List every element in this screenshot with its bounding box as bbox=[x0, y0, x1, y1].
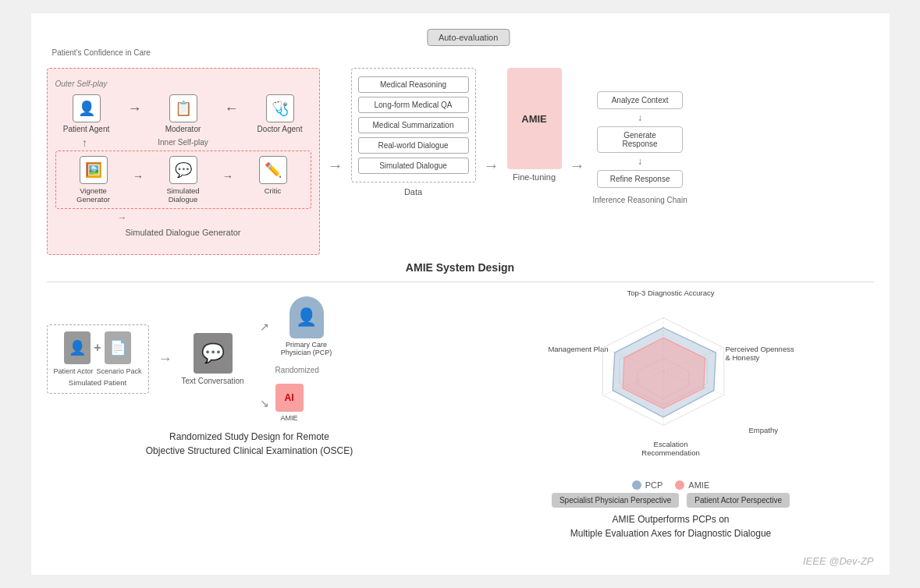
agents-top-row: 👤 Patient Agent → 📋 Moderator ← 🩺 Doctor… bbox=[55, 94, 311, 133]
sdg-bottom-label: Simulated Dialogue Generator bbox=[55, 228, 311, 237]
legend-pcp-label: PCP bbox=[645, 480, 663, 490]
patient-agent-box: 👤 Patient Agent bbox=[55, 94, 118, 133]
middle-section: ↑ Inner Self-play bbox=[55, 136, 311, 149]
patient-confidence-label: Patient's Confidence in Care bbox=[52, 48, 151, 57]
bottom-arrow: → bbox=[55, 212, 311, 223]
vignette-generator-box: 🖼️ Vignette Generator bbox=[62, 156, 125, 204]
arrow-right-2: → bbox=[133, 170, 144, 182]
data-label: Data bbox=[404, 187, 422, 197]
flow-arrow-3: → bbox=[570, 157, 585, 175]
radar-svg bbox=[562, 304, 765, 452]
branch-area: ↗ 👤 Primary Care Physician (PCP) Randomi… bbox=[260, 296, 338, 422]
data-item-1: Medical Reasoning bbox=[358, 76, 469, 93]
inner-self-play-label: Inner Self-play bbox=[99, 138, 268, 147]
data-box: Medical Reasoning Long-form Medical QA M… bbox=[351, 68, 476, 182]
amie-badge: AI bbox=[275, 384, 304, 412]
scenario-pack-sublabel: Scenario Pack bbox=[97, 367, 142, 375]
legend-amie-icon bbox=[675, 480, 684, 490]
legend-pcp: PCP bbox=[632, 480, 663, 490]
amie-branch: ↘ AI AMIE bbox=[260, 384, 338, 422]
amie-box: AMIE bbox=[507, 68, 562, 169]
refine-response-block: Refine Response bbox=[597, 170, 683, 188]
moderator-icon: 📋 bbox=[169, 94, 197, 122]
arrow-right-3: → bbox=[222, 170, 233, 182]
pill-specialist: Specialist Physician Perspective bbox=[552, 493, 679, 508]
outer-self-play-label: Outer Self-play bbox=[55, 80, 311, 88]
arrow-right-1: → bbox=[128, 101, 142, 117]
generate-response-block: Generate Response bbox=[597, 126, 683, 153]
simulated-dialogue-label: Simulated Dialogue bbox=[152, 186, 215, 204]
plus-sign: + bbox=[94, 341, 101, 355]
pill-patient: Patient Actor Perspective bbox=[687, 493, 790, 508]
doctor-agent-box: 🩺 Doctor Agent bbox=[249, 94, 311, 133]
axis-top-label: Top-3 Diagnostic Accuracy bbox=[624, 289, 718, 297]
data-item-5: Simulated Dialogue bbox=[358, 158, 469, 174]
osce-diagram: 👤 + 📄 Patient Actor Scenario Pack Simula… bbox=[47, 296, 453, 422]
patient-actor-sublabel: Patient Actor bbox=[54, 367, 94, 375]
pill-row: Specialist Physician Perspective Patient… bbox=[552, 493, 790, 508]
radar-container: Top-3 Diagnostic Accuracy Perceived Open… bbox=[546, 289, 796, 476]
auto-eval-box: Auto-evaluation bbox=[427, 29, 510, 46]
radar-legend: PCP AMIE bbox=[632, 480, 710, 490]
simulated-patient-label: Simulated Patient bbox=[69, 378, 126, 387]
vignette-label: Vignette Generator bbox=[62, 186, 125, 204]
inf-arrow-2: ↓ bbox=[638, 156, 642, 167]
text-conv-label: Text Conversation bbox=[182, 377, 244, 385]
amie-item: AI AMIE bbox=[275, 384, 304, 422]
doctor-agent-label: Doctor Agent bbox=[258, 125, 303, 133]
patient-actor-icon: 👤 bbox=[64, 331, 91, 364]
pcp-branch: ↗ 👤 Primary Care Physician (PCP) bbox=[260, 296, 338, 356]
legend-amie: AMIE bbox=[675, 480, 709, 490]
osce-arrow-1: → bbox=[158, 351, 172, 367]
scenario-pack-icon: 📄 bbox=[105, 331, 131, 364]
sp-sub-labels: Patient Actor Scenario Pack bbox=[54, 367, 142, 375]
flow-arrow-1: → bbox=[328, 157, 343, 175]
arrow-left-1: ← bbox=[225, 101, 239, 117]
sdg-box: Patient's Confidence in Care Outer Self-… bbox=[47, 68, 320, 255]
amie-section: AMIE Fine-tuning bbox=[507, 68, 562, 182]
simulated-dialogue-box: 💬 Simulated Dialogue bbox=[152, 156, 215, 204]
main-page: Auto-evaluation Patient's Confidence in … bbox=[31, 13, 890, 575]
branch-arrow-up: ↗ bbox=[260, 321, 269, 333]
data-item-2: Long-form Medical QA bbox=[358, 97, 469, 113]
system-diagram: Patient's Confidence in Care Outer Self-… bbox=[47, 68, 874, 255]
moderator-label: Moderator bbox=[165, 125, 201, 133]
arrow-up-patient: ↑ bbox=[71, 136, 99, 149]
legend-pcp-icon bbox=[632, 480, 641, 490]
data-section: Medical Reasoning Long-form Medical QA M… bbox=[351, 68, 476, 197]
pcp-label: Primary Care Physician (PCP) bbox=[275, 341, 338, 356]
top-section: Auto-evaluation Patient's Confidence in … bbox=[47, 29, 874, 274]
osce-area: 👤 + 📄 Patient Actor Scenario Pack Simula… bbox=[47, 289, 453, 540]
radar-title: AMIE Outperforms PCPs on Multiple Evalua… bbox=[570, 512, 771, 540]
legend-amie-label: AMIE bbox=[688, 480, 709, 490]
moderator-box: 📋 Moderator bbox=[152, 94, 215, 133]
data-item-4: Real-world Dialogue bbox=[358, 137, 469, 154]
vignette-icon: 🖼️ bbox=[80, 156, 108, 184]
patient-agent-label: Patient Agent bbox=[63, 125, 110, 133]
pcp-figure-icon: 👤 bbox=[289, 296, 324, 338]
simulated-patient-box: 👤 + 📄 Patient Actor Scenario Pack Simula… bbox=[47, 324, 149, 394]
fine-tuning-label: Fine-tuning bbox=[513, 172, 556, 182]
randomized-label: Randomized bbox=[275, 366, 338, 374]
inference-box: Analyze Context ↓ Generate Response ↓ Re… bbox=[593, 91, 687, 204]
data-item-3: Medical Summarization bbox=[358, 117, 469, 133]
critic-label: Critic bbox=[265, 186, 282, 195]
text-conv-section: 💬 Text Conversation bbox=[182, 333, 244, 385]
critic-icon: ✏️ bbox=[259, 156, 287, 184]
text-conv-icon: 💬 bbox=[194, 333, 233, 374]
doctor-agent-icon: 🩺 bbox=[266, 94, 294, 122]
pcp-item: 👤 Primary Care Physician (PCP) bbox=[275, 296, 338, 356]
branch-arrow-down: ↘ bbox=[260, 397, 269, 409]
radar-area: Top-3 Diagnostic Accuracy Perceived Open… bbox=[468, 289, 874, 540]
amie-label-bottom: AMIE bbox=[281, 414, 298, 422]
sp-icons-row: 👤 + 📄 bbox=[64, 331, 130, 364]
osce-title: Randomized Study Design for Remote Objec… bbox=[47, 430, 453, 458]
simulated-dialogue-icon: 💬 bbox=[169, 156, 197, 184]
bottom-section: 👤 + 📄 Patient Actor Scenario Pack Simula… bbox=[47, 289, 874, 540]
divider bbox=[47, 282, 874, 282]
watermark: IEEE @Dev-ZP bbox=[803, 555, 874, 567]
critic-box: ✏️ Critic bbox=[242, 156, 304, 195]
analyze-context-block: Analyze Context bbox=[597, 91, 683, 109]
flow-arrow-2: → bbox=[484, 157, 499, 175]
inference-label: Inference Reasoning Chain bbox=[593, 196, 687, 204]
